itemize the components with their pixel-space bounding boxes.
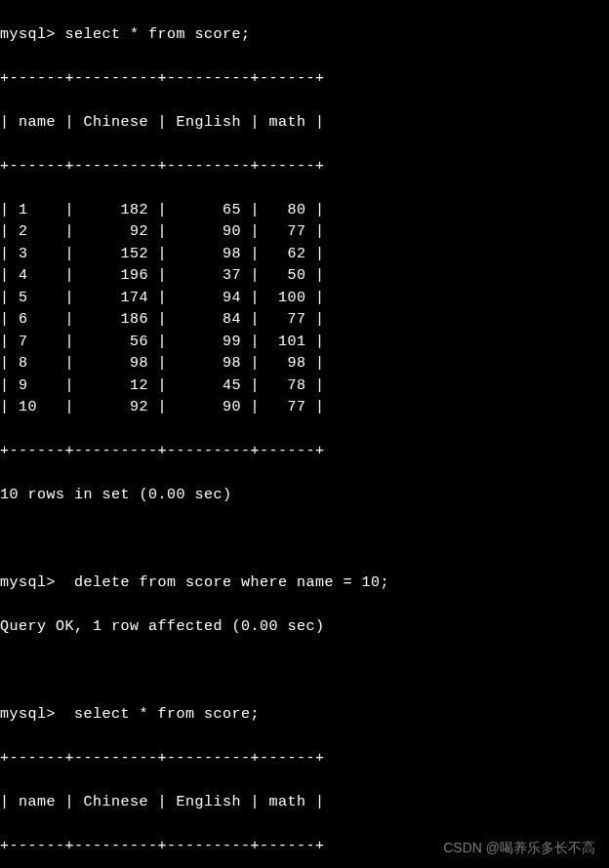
table-row: | 6 | 186 | 84 | 77 | <box>0 309 609 332</box>
table-header-row: | name | Chinese | English | math | <box>0 792 609 814</box>
table-row: | 10 | 92 | 90 | 77 | <box>0 397 609 419</box>
result-line-1: 10 rows in set (0.00 sec) <box>0 485 609 507</box>
watermark: CSDN @喝养乐多长不高 <box>443 838 595 858</box>
table-row: | 5 | 174 | 94 | 100 | <box>0 288 609 310</box>
sql-query: select * from score; <box>56 706 260 723</box>
table-row: | 9 | 12 | 45 | 78 | <box>0 375 609 398</box>
query-line-2: mysql> delete from score where name = 10… <box>0 572 609 595</box>
table-row: | 7 | 56 | 99 | 101 | <box>0 332 609 354</box>
blank-line <box>0 529 609 551</box>
table-row: | 8 | 98 | 98 | 98 | <box>0 353 609 375</box>
terminal-output[interactable]: mysql> select * from score; +------+----… <box>0 0 609 868</box>
table-sep-bot: +------+---------+---------+------+ <box>0 441 609 463</box>
table-row: | 3 | 152 | 98 | 62 | <box>0 244 609 266</box>
prompt: mysql> <box>0 574 56 591</box>
prompt: mysql> <box>0 706 56 723</box>
table-header-row: | name | Chinese | English | math | <box>0 112 609 135</box>
blank-line <box>0 660 609 683</box>
query-line-1: mysql> select * from score; <box>0 24 609 47</box>
query-line-3: mysql> select * from score; <box>0 704 609 727</box>
table-sep-top: +------+---------+---------+------+ <box>0 68 609 91</box>
delete-result: Query OK, 1 row affected (0.00 sec) <box>0 616 609 639</box>
table-row: | 1 | 182 | 65 | 80 | <box>0 200 609 222</box>
table-sep-mid: +------+---------+---------+------+ <box>0 156 609 178</box>
sql-query: select * from score; <box>56 26 251 43</box>
prompt: mysql> <box>0 26 56 43</box>
table-row: | 2 | 92 | 90 | 77 | <box>0 221 609 244</box>
table-row: | 4 | 196 | 37 | 50 | <box>0 265 609 288</box>
sql-query: delete from score where name = 10; <box>56 574 389 591</box>
table-body-1: | 1 | 182 | 65 | 80 || 2 | 92 | 90 | 77 … <box>0 200 609 419</box>
table-sep-top: +------+---------+---------+------+ <box>0 748 609 770</box>
